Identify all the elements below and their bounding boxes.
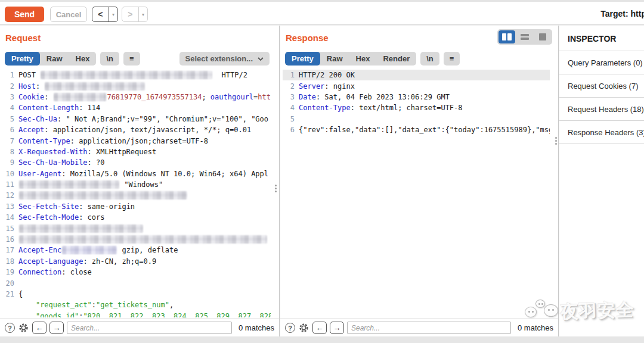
code-text: : bbox=[36, 82, 44, 91]
code-text: "goods_id" bbox=[36, 312, 79, 317]
code-text bbox=[18, 312, 36, 317]
layout-columns-button[interactable] bbox=[499, 30, 515, 43]
response-editor[interactable]: 1HTTP/2 200 OK2Server: nginx3Date: Sat, … bbox=[283, 70, 550, 317]
splitter-grip[interactable] bbox=[275, 183, 277, 194]
line-number: 12 bbox=[2, 191, 14, 199]
code-text: : same-origin bbox=[79, 202, 135, 211]
tab-raw[interactable]: Raw bbox=[320, 52, 349, 66]
code-line: 16 bbox=[2, 234, 271, 245]
inspector-panel: INSPECTOR Query Parameters (0)Request Co… bbox=[559, 26, 644, 336]
line-number: 8 bbox=[2, 148, 14, 156]
code-text: : bbox=[92, 301, 96, 309]
response-panel: Response PrettyRawHexRender \n ≡ 1HTTP/2… bbox=[280, 26, 559, 336]
request-panel: Request PrettyRawHex \n ≡ Select extensi… bbox=[0, 26, 280, 336]
tab-pretty[interactable]: Pretty bbox=[285, 52, 320, 66]
code-line: "request_act":"get_tickets_num", bbox=[2, 300, 271, 310]
bottom-strip bbox=[0, 336, 644, 343]
line-number: 16 bbox=[2, 235, 14, 244]
next-request-button[interactable]: > ▾ bbox=[122, 7, 148, 22]
prev-match-button[interactable]: ← bbox=[312, 322, 327, 334]
tab-pretty[interactable]: Pretty bbox=[5, 52, 40, 66]
code-text: = bbox=[253, 93, 258, 101]
code-line: 19Connection: close bbox=[2, 267, 271, 277]
request-search-input[interactable] bbox=[67, 322, 232, 334]
code-line: 2Server: nginx bbox=[283, 80, 550, 91]
cancel-button[interactable]: Cancel bbox=[50, 7, 87, 22]
inspector-items: Query Parameters (0)Request Cookies (7)R… bbox=[559, 51, 644, 144]
code-text: "Windows" bbox=[120, 180, 163, 189]
code-text: Sec-Fetch-Mode bbox=[18, 213, 79, 222]
inspector-item-request-cookies[interactable]: Request Cookies (7) bbox=[559, 74, 644, 98]
inspector-item-request-headers[interactable]: Request Headers (18) bbox=[559, 98, 644, 121]
code-text: X-Requested-With bbox=[18, 148, 88, 156]
line-number: 5 bbox=[2, 115, 14, 123]
tab-raw[interactable]: Raw bbox=[40, 52, 69, 66]
code-line: 2Host: bbox=[2, 80, 271, 91]
code-line: 14Sec-Fetch-Mode: cors bbox=[2, 212, 271, 223]
caret-down-icon[interactable]: ▾ bbox=[109, 12, 117, 17]
prev-match-button[interactable]: ← bbox=[32, 322, 47, 334]
code-line: 8X-Requested-With: XMLHttpRequest bbox=[2, 146, 271, 157]
request-menu-icon[interactable]: ≡ bbox=[123, 52, 140, 66]
line-number: 13 bbox=[2, 202, 14, 211]
line-number: 17 bbox=[2, 246, 14, 254]
next-match-button[interactable]: → bbox=[49, 322, 64, 334]
code-text: {"rev":false,"data":[],"data_ext":{"toda… bbox=[299, 126, 550, 134]
forward-arrow-icon[interactable]: > bbox=[122, 8, 138, 21]
code-line: 21{ bbox=[2, 289, 271, 300]
code-line: 13Sec-Fetch-Site: same-origin bbox=[2, 201, 271, 212]
response-tabs: PrettyRawHexRender \n ≡ bbox=[285, 52, 460, 66]
help-icon[interactable]: ? bbox=[285, 323, 295, 333]
tab-hex[interactable]: Hex bbox=[349, 52, 377, 66]
layout-rows-button[interactable] bbox=[516, 30, 533, 43]
select-extension-dropdown[interactable]: Select extension... bbox=[179, 52, 270, 66]
line-number: 2 bbox=[2, 82, 14, 91]
code-text: : nginx bbox=[324, 82, 355, 91]
inspector-item-query-parameters[interactable]: Query Parameters (0) bbox=[559, 51, 644, 74]
back-arrow-icon[interactable]: < bbox=[92, 8, 109, 21]
line-number: 4 bbox=[283, 104, 295, 112]
line-number: 14 bbox=[2, 213, 14, 222]
columns-icon bbox=[502, 33, 506, 40]
tab-hex[interactable]: Hex bbox=[69, 52, 97, 66]
inspector-title: INSPECTOR bbox=[559, 26, 644, 51]
code-text: : Sat, 04 Feb 2023 13:06:29 GMT bbox=[316, 93, 450, 101]
response-newline-toggle[interactable]: \n bbox=[420, 52, 439, 66]
response-search-input[interactable] bbox=[347, 322, 511, 334]
line-number: 15 bbox=[2, 224, 14, 233]
code-text: Host bbox=[18, 82, 36, 91]
redacted-blur bbox=[45, 82, 145, 91]
code-text: HTTP/2 200 OK bbox=[299, 71, 355, 79]
inspector-item-response-headers[interactable]: Response Headers (3) bbox=[559, 121, 644, 144]
tab-render[interactable]: Render bbox=[376, 52, 416, 66]
next-match-button[interactable]: → bbox=[330, 322, 344, 334]
request-editor[interactable]: 1POST HTTP/22Host: 3Cookie: 76819770_167… bbox=[2, 70, 271, 317]
gear-icon[interactable] bbox=[298, 322, 309, 333]
line-number: 4 bbox=[2, 104, 14, 112]
layout-single-button[interactable] bbox=[534, 30, 551, 43]
code-text: "820, 821, 822, 823, 824, 825, 829, 827,… bbox=[83, 312, 271, 317]
response-search-bar: ? ← → 0 matches bbox=[280, 319, 558, 336]
code-text: : zh-CN, zh;q=0.9 bbox=[83, 257, 156, 266]
line-number: 7 bbox=[2, 137, 14, 145]
gear-icon[interactable] bbox=[18, 322, 29, 333]
code-line: 17Accept-Enc gzip, deflate bbox=[2, 245, 271, 255]
caret-down-icon[interactable]: ▾ bbox=[139, 12, 147, 17]
code-text: : bbox=[44, 93, 52, 101]
line-number: 1 bbox=[283, 71, 295, 79]
code-line: 7Content-Type: application/json;charset=… bbox=[2, 135, 271, 146]
code-text: : ?0 bbox=[88, 158, 105, 167]
previous-request-button[interactable]: < ▾ bbox=[92, 7, 118, 22]
code-text: : XMLHttpRequest bbox=[88, 148, 157, 156]
code-text: : application/json;charset=UTF-8 bbox=[70, 137, 208, 145]
code-text: htt bbox=[258, 93, 271, 101]
code-text: Accept bbox=[18, 126, 44, 134]
response-menu-icon[interactable]: ≡ bbox=[444, 52, 460, 66]
splitter-grip[interactable] bbox=[555, 136, 558, 146]
line-number: 3 bbox=[283, 93, 295, 101]
code-line: 20 bbox=[2, 277, 271, 288]
line-number: 6 bbox=[283, 126, 295, 134]
help-icon[interactable]: ? bbox=[5, 323, 15, 333]
request-newline-toggle[interactable]: \n bbox=[100, 52, 119, 66]
send-button[interactable]: Send bbox=[5, 7, 44, 22]
